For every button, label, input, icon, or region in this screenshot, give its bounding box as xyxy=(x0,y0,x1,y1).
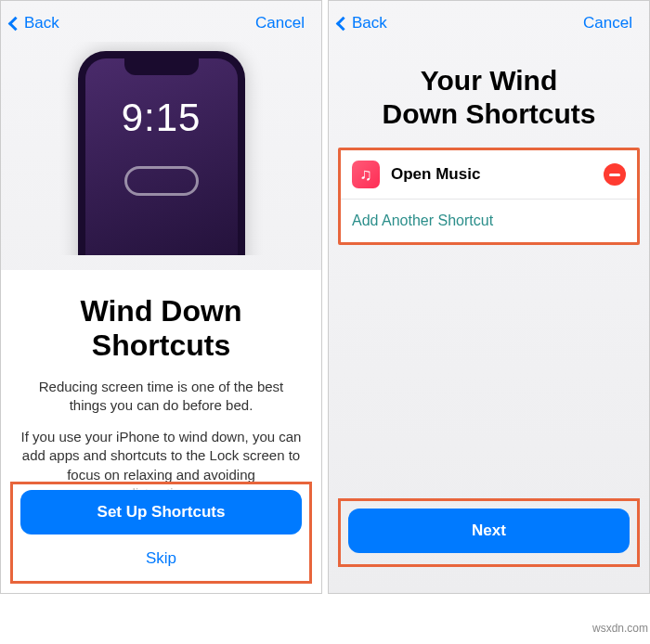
shortcut-row-open-music[interactable]: ♫ Open Music xyxy=(341,150,637,199)
shortcut-list-highlight: ♫ Open Music Add Another Shortcut xyxy=(338,148,640,245)
button-group-highlight: Set Up Shortcuts Skip xyxy=(10,482,312,584)
title-line-2: Shortcuts xyxy=(92,328,230,362)
description-1: Reducing screen time is one of the best … xyxy=(20,378,303,416)
button-group-highlight: Next xyxy=(338,498,640,567)
back-button[interactable]: Back xyxy=(332,14,387,32)
next-button[interactable]: Next xyxy=(348,509,630,553)
music-app-icon: ♫ xyxy=(352,161,380,188)
screen-wind-down-intro: Back Cancel 9:15 Wind Down Shortcuts Red… xyxy=(0,0,322,594)
chevron-left-icon xyxy=(336,16,351,31)
watermark: wsxdn.com xyxy=(592,622,648,635)
screen-your-shortcuts: Back Cancel Your Wind Down Shortcuts ♫ O… xyxy=(328,0,650,594)
phone-frame: 9:15 xyxy=(78,51,245,255)
add-another-shortcut-button[interactable]: Add Another Shortcut xyxy=(341,199,637,242)
remove-shortcut-button[interactable] xyxy=(604,163,626,186)
back-label: Back xyxy=(352,14,387,32)
shortcut-label: Open Music xyxy=(391,165,604,184)
setup-shortcuts-button[interactable]: Set Up Shortcuts xyxy=(20,490,302,535)
skip-button[interactable]: Skip xyxy=(20,538,302,579)
phone-screen: 9:15 xyxy=(85,58,238,255)
nav-bar: Back Cancel xyxy=(1,1,321,42)
page-title: Wind Down Shortcuts xyxy=(20,294,303,363)
nav-bar: Back Cancel xyxy=(329,1,649,42)
chevron-left-icon xyxy=(8,16,23,31)
page-title: Your Wind Down Shortcuts xyxy=(329,42,649,148)
phone-illustration: 9:15 xyxy=(1,42,321,255)
notch xyxy=(124,58,199,75)
lock-screen-widget-pill xyxy=(124,166,199,196)
cancel-button[interactable]: Cancel xyxy=(583,14,640,32)
back-label: Back xyxy=(24,14,59,32)
minus-icon xyxy=(609,174,620,176)
title-line-1: Wind Down xyxy=(81,294,242,328)
music-note-icon: ♫ xyxy=(359,165,372,185)
lock-screen-clock: 9:15 xyxy=(122,96,202,140)
cancel-button[interactable]: Cancel xyxy=(255,14,312,32)
back-button[interactable]: Back xyxy=(5,14,59,32)
title-line-1: Your Wind xyxy=(421,65,557,96)
title-line-2: Down Shortcuts xyxy=(383,98,596,129)
